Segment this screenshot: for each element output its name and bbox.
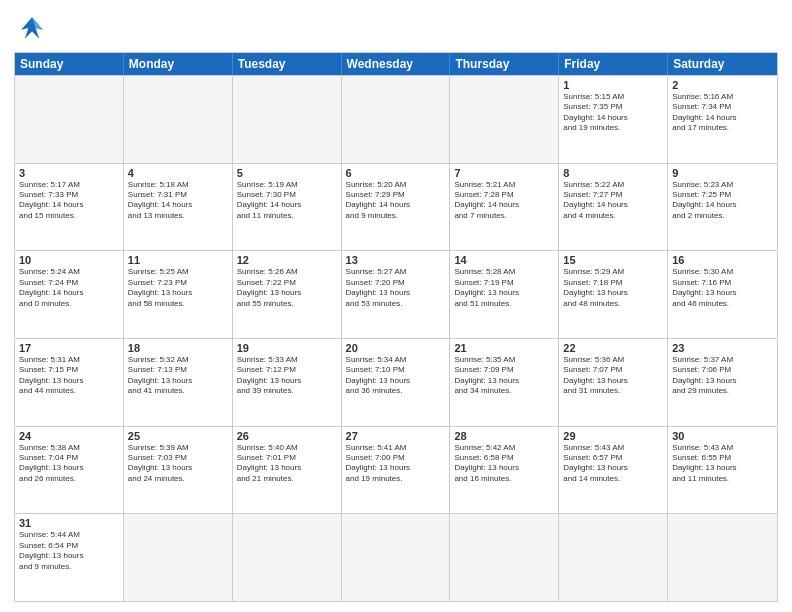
day-number: 23 <box>672 342 773 354</box>
cal-header-monday: Monday <box>124 53 233 75</box>
day-info: Sunrise: 5:23 AM Sunset: 7:25 PM Dayligh… <box>672 180 773 222</box>
cal-cell-25: 25Sunrise: 5:39 AM Sunset: 7:03 PM Dayli… <box>124 427 233 514</box>
day-info: Sunrise: 5:15 AM Sunset: 7:35 PM Dayligh… <box>563 92 663 134</box>
day-number: 25 <box>128 430 228 442</box>
day-number: 7 <box>454 167 554 179</box>
day-info: Sunrise: 5:36 AM Sunset: 7:07 PM Dayligh… <box>563 355 663 397</box>
day-info: Sunrise: 5:35 AM Sunset: 7:09 PM Dayligh… <box>454 355 554 397</box>
cal-cell-empty <box>124 76 233 163</box>
day-number: 31 <box>19 517 119 529</box>
cal-cell-14: 14Sunrise: 5:28 AM Sunset: 7:19 PM Dayli… <box>450 251 559 338</box>
cal-cell-2: 2Sunrise: 5:16 AM Sunset: 7:34 PM Daylig… <box>668 76 777 163</box>
day-info: Sunrise: 5:22 AM Sunset: 7:27 PM Dayligh… <box>563 180 663 222</box>
day-info: Sunrise: 5:29 AM Sunset: 7:18 PM Dayligh… <box>563 267 663 309</box>
cal-cell-7: 7Sunrise: 5:21 AM Sunset: 7:28 PM Daylig… <box>450 164 559 251</box>
day-info: Sunrise: 5:19 AM Sunset: 7:30 PM Dayligh… <box>237 180 337 222</box>
cal-cell-empty <box>450 76 559 163</box>
cal-cell-9: 9Sunrise: 5:23 AM Sunset: 7:25 PM Daylig… <box>668 164 777 251</box>
cal-week-2: 10Sunrise: 5:24 AM Sunset: 7:24 PM Dayli… <box>15 250 777 338</box>
cal-cell-8: 8Sunrise: 5:22 AM Sunset: 7:27 PM Daylig… <box>559 164 668 251</box>
cal-header-friday: Friday <box>559 53 668 75</box>
day-number: 29 <box>563 430 663 442</box>
day-info: Sunrise: 5:16 AM Sunset: 7:34 PM Dayligh… <box>672 92 773 134</box>
calendar: SundayMondayTuesdayWednesdayThursdayFrid… <box>14 52 778 602</box>
day-number: 4 <box>128 167 228 179</box>
day-number: 3 <box>19 167 119 179</box>
cal-week-1: 3Sunrise: 5:17 AM Sunset: 7:33 PM Daylig… <box>15 163 777 251</box>
day-number: 2 <box>672 79 773 91</box>
page-header <box>14 10 778 46</box>
day-number: 12 <box>237 254 337 266</box>
day-info: Sunrise: 5:18 AM Sunset: 7:31 PM Dayligh… <box>128 180 228 222</box>
cal-cell-23: 23Sunrise: 5:37 AM Sunset: 7:06 PM Dayli… <box>668 339 777 426</box>
cal-cell-31: 31Sunrise: 5:44 AM Sunset: 6:54 PM Dayli… <box>15 514 124 601</box>
day-info: Sunrise: 5:43 AM Sunset: 6:57 PM Dayligh… <box>563 443 663 485</box>
cal-cell-3: 3Sunrise: 5:17 AM Sunset: 7:33 PM Daylig… <box>15 164 124 251</box>
day-info: Sunrise: 5:44 AM Sunset: 6:54 PM Dayligh… <box>19 530 119 572</box>
day-info: Sunrise: 5:38 AM Sunset: 7:04 PM Dayligh… <box>19 443 119 485</box>
day-number: 18 <box>128 342 228 354</box>
day-number: 1 <box>563 79 663 91</box>
calendar-header: SundayMondayTuesdayWednesdayThursdayFrid… <box>15 53 777 75</box>
cal-header-thursday: Thursday <box>450 53 559 75</box>
day-number: 11 <box>128 254 228 266</box>
cal-cell-16: 16Sunrise: 5:30 AM Sunset: 7:16 PM Dayli… <box>668 251 777 338</box>
day-number: 26 <box>237 430 337 442</box>
cal-week-0: 1Sunrise: 5:15 AM Sunset: 7:35 PM Daylig… <box>15 75 777 163</box>
day-number: 30 <box>672 430 773 442</box>
cal-cell-27: 27Sunrise: 5:41 AM Sunset: 7:00 PM Dayli… <box>342 427 451 514</box>
day-number: 5 <box>237 167 337 179</box>
cal-cell-22: 22Sunrise: 5:36 AM Sunset: 7:07 PM Dayli… <box>559 339 668 426</box>
cal-header-tuesday: Tuesday <box>233 53 342 75</box>
cal-cell-empty <box>342 76 451 163</box>
cal-cell-20: 20Sunrise: 5:34 AM Sunset: 7:10 PM Dayli… <box>342 339 451 426</box>
cal-week-4: 24Sunrise: 5:38 AM Sunset: 7:04 PM Dayli… <box>15 426 777 514</box>
day-number: 9 <box>672 167 773 179</box>
cal-cell-19: 19Sunrise: 5:33 AM Sunset: 7:12 PM Dayli… <box>233 339 342 426</box>
day-info: Sunrise: 5:28 AM Sunset: 7:19 PM Dayligh… <box>454 267 554 309</box>
day-info: Sunrise: 5:31 AM Sunset: 7:15 PM Dayligh… <box>19 355 119 397</box>
cal-cell-21: 21Sunrise: 5:35 AM Sunset: 7:09 PM Dayli… <box>450 339 559 426</box>
day-info: Sunrise: 5:25 AM Sunset: 7:23 PM Dayligh… <box>128 267 228 309</box>
cal-cell-28: 28Sunrise: 5:42 AM Sunset: 6:58 PM Dayli… <box>450 427 559 514</box>
day-info: Sunrise: 5:39 AM Sunset: 7:03 PM Dayligh… <box>128 443 228 485</box>
day-info: Sunrise: 5:41 AM Sunset: 7:00 PM Dayligh… <box>346 443 446 485</box>
cal-cell-24: 24Sunrise: 5:38 AM Sunset: 7:04 PM Dayli… <box>15 427 124 514</box>
day-info: Sunrise: 5:17 AM Sunset: 7:33 PM Dayligh… <box>19 180 119 222</box>
day-number: 27 <box>346 430 446 442</box>
day-number: 8 <box>563 167 663 179</box>
day-number: 15 <box>563 254 663 266</box>
day-number: 16 <box>672 254 773 266</box>
cal-cell-empty <box>450 514 559 601</box>
cal-cell-18: 18Sunrise: 5:32 AM Sunset: 7:13 PM Dayli… <box>124 339 233 426</box>
cal-header-sunday: Sunday <box>15 53 124 75</box>
day-info: Sunrise: 5:26 AM Sunset: 7:22 PM Dayligh… <box>237 267 337 309</box>
cal-cell-4: 4Sunrise: 5:18 AM Sunset: 7:31 PM Daylig… <box>124 164 233 251</box>
day-number: 19 <box>237 342 337 354</box>
day-number: 22 <box>563 342 663 354</box>
day-info: Sunrise: 5:34 AM Sunset: 7:10 PM Dayligh… <box>346 355 446 397</box>
cal-cell-30: 30Sunrise: 5:43 AM Sunset: 6:55 PM Dayli… <box>668 427 777 514</box>
cal-cell-11: 11Sunrise: 5:25 AM Sunset: 7:23 PM Dayli… <box>124 251 233 338</box>
day-info: Sunrise: 5:43 AM Sunset: 6:55 PM Dayligh… <box>672 443 773 485</box>
day-info: Sunrise: 5:33 AM Sunset: 7:12 PM Dayligh… <box>237 355 337 397</box>
cal-header-wednesday: Wednesday <box>342 53 451 75</box>
day-number: 14 <box>454 254 554 266</box>
day-number: 10 <box>19 254 119 266</box>
cal-cell-empty <box>15 76 124 163</box>
day-info: Sunrise: 5:27 AM Sunset: 7:20 PM Dayligh… <box>346 267 446 309</box>
cal-cell-10: 10Sunrise: 5:24 AM Sunset: 7:24 PM Dayli… <box>15 251 124 338</box>
cal-week-3: 17Sunrise: 5:31 AM Sunset: 7:15 PM Dayli… <box>15 338 777 426</box>
day-info: Sunrise: 5:42 AM Sunset: 6:58 PM Dayligh… <box>454 443 554 485</box>
cal-cell-empty <box>233 76 342 163</box>
day-info: Sunrise: 5:30 AM Sunset: 7:16 PM Dayligh… <box>672 267 773 309</box>
day-info: Sunrise: 5:21 AM Sunset: 7:28 PM Dayligh… <box>454 180 554 222</box>
day-info: Sunrise: 5:32 AM Sunset: 7:13 PM Dayligh… <box>128 355 228 397</box>
cal-cell-empty <box>668 514 777 601</box>
day-info: Sunrise: 5:37 AM Sunset: 7:06 PM Dayligh… <box>672 355 773 397</box>
cal-cell-empty <box>559 514 668 601</box>
cal-cell-empty <box>124 514 233 601</box>
cal-cell-empty <box>233 514 342 601</box>
day-number: 24 <box>19 430 119 442</box>
cal-cell-13: 13Sunrise: 5:27 AM Sunset: 7:20 PM Dayli… <box>342 251 451 338</box>
